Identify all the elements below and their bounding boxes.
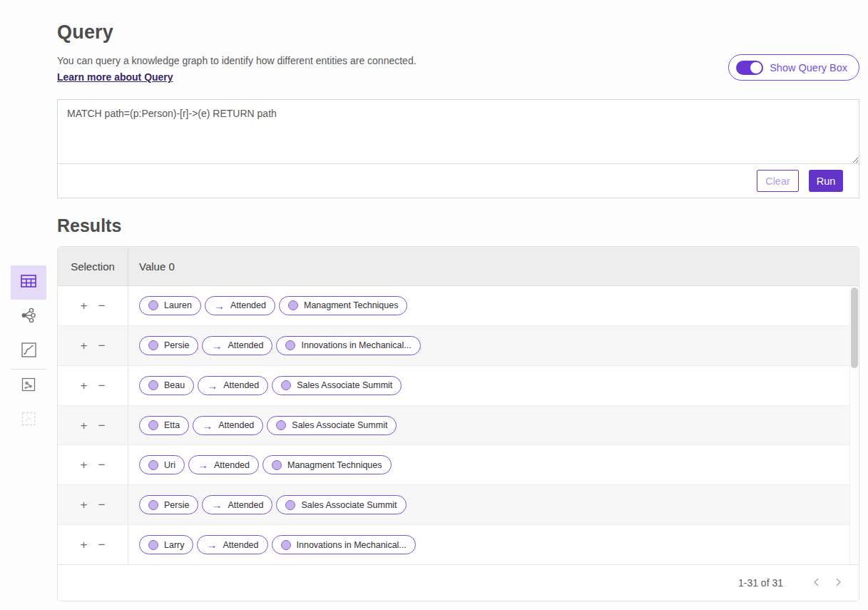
arrow-right-icon: →	[198, 459, 208, 470]
target-node-pill[interactable]: Sales Associate Summit	[276, 495, 406, 514]
relation-edge-pill[interactable]: → Attended	[188, 455, 259, 474]
arrow-right-icon: →	[206, 539, 217, 550]
value-cell: Beau → Attended Sales Associate Summit	[128, 366, 859, 405]
target-node-pill[interactable]: Sales Associate Summit	[272, 376, 402, 395]
target-node-label: Managment Techniques	[304, 300, 399, 310]
target-node-pill[interactable]: Managment Techniques	[279, 296, 408, 315]
source-node-label: Persie	[164, 500, 189, 510]
arrow-right-icon: →	[207, 380, 218, 391]
target-node-pill[interactable]: Innovations in Mechanical...	[272, 535, 416, 554]
remove-from-selection-button[interactable]: −	[97, 457, 107, 472]
target-node-pill[interactable]: Managment Techniques	[262, 455, 392, 474]
show-query-box-toggle[interactable]: Show Query Box	[728, 54, 859, 81]
add-to-selection-button[interactable]: +	[79, 338, 89, 353]
source-node-pill[interactable]: Persie	[139, 336, 198, 355]
selection-cell: + −	[58, 485, 128, 524]
node-circle-icon	[285, 340, 295, 350]
arrow-right-icon: →	[202, 420, 213, 431]
relation-edge-pill[interactable]: → Attended	[202, 495, 272, 514]
node-circle-icon	[148, 300, 158, 310]
relation-label: Attended	[223, 540, 258, 550]
sidebar-item-graph-widget-view[interactable]	[11, 377, 46, 395]
add-to-selection-button[interactable]: +	[79, 457, 89, 472]
query-page: Query You can query a knowledge graph to…	[0, 0, 868, 610]
table-scrollbar[interactable]	[849, 286, 859, 564]
target-node-label: Managment Techniques	[287, 460, 382, 470]
sidebar-divider	[11, 369, 46, 370]
target-node-pill[interactable]: Sales Associate Summit	[267, 416, 397, 435]
selection-cell: + −	[58, 326, 128, 365]
value-cell: Etta → Attended Sales Associate Summit	[128, 406, 859, 445]
relation-label: Attended	[218, 420, 254, 430]
custom-view-disabled-icon	[21, 411, 36, 429]
remove-from-selection-button[interactable]: −	[97, 537, 107, 552]
remove-from-selection-button[interactable]: −	[97, 338, 107, 353]
results-table: Selection Value 0 + − Lauren → Attended …	[57, 246, 859, 601]
table-row: + − Persie → Attended Innovations in Mec…	[58, 326, 859, 366]
node-circle-icon	[148, 420, 158, 430]
remove-from-selection-button[interactable]: −	[97, 298, 107, 313]
table-row: + − Etta → Attended Sales Associate Summ…	[58, 406, 859, 446]
add-to-selection-button[interactable]: +	[79, 418, 89, 433]
source-node-pill[interactable]: Uri	[139, 455, 185, 474]
target-node-label: Sales Associate Summit	[292, 420, 387, 430]
run-button[interactable]: Run	[809, 170, 843, 192]
arrow-right-icon: →	[214, 300, 225, 311]
remove-from-selection-button[interactable]: −	[97, 497, 107, 512]
remove-from-selection-button[interactable]: −	[97, 418, 107, 433]
source-node-pill[interactable]: Lauren	[139, 296, 201, 315]
node-circle-icon	[276, 420, 286, 430]
clear-button[interactable]: Clear	[757, 170, 799, 192]
target-node-label: Sales Associate Summit	[297, 380, 392, 390]
relation-edge-pill[interactable]: → Attended	[202, 336, 272, 355]
source-node-pill[interactable]: Etta	[139, 416, 189, 435]
table-row: + − Beau → Attended Sales Associate Summ…	[58, 366, 859, 406]
node-circle-icon	[285, 500, 295, 510]
add-to-selection-button[interactable]: +	[79, 497, 89, 512]
chevron-left-icon	[810, 576, 823, 591]
add-to-selection-button[interactable]: +	[79, 298, 89, 313]
relation-edge-pill[interactable]: → Attended	[198, 376, 268, 395]
pagination-next-button[interactable]	[827, 572, 849, 594]
query-box: MATCH path=(p:Person)-[r]->(e) RETURN pa…	[57, 99, 859, 198]
selection-cell: + −	[58, 366, 128, 405]
add-to-selection-button[interactable]: +	[79, 537, 89, 552]
relation-label: Attended	[214, 460, 250, 470]
node-circle-icon	[148, 340, 158, 350]
sidebar-item-custom-view-disabled[interactable]	[11, 412, 46, 429]
graph-view-icon	[20, 307, 37, 327]
source-node-label: Lauren	[164, 300, 192, 310]
arrow-right-icon: →	[211, 499, 222, 510]
source-node-pill[interactable]: Persie	[139, 495, 198, 514]
source-node-label: Beau	[164, 380, 185, 390]
table-footer: 1-31 of 31	[58, 564, 859, 601]
source-node-pill[interactable]: Larry	[139, 535, 193, 554]
value-cell: Lauren → Attended Managment Techniques	[128, 286, 859, 325]
sidebar-item-graph-view[interactable]	[11, 308, 46, 325]
selection-cell: + −	[58, 445, 128, 484]
value-cell: Persie → Attended Innovations in Mechani…	[128, 326, 859, 365]
selection-cell: + −	[58, 286, 128, 325]
relation-edge-pill[interactable]: → Attended	[197, 535, 267, 554]
query-actions: Clear Run	[58, 164, 859, 198]
relation-edge-pill[interactable]: → Attended	[193, 416, 263, 435]
node-circle-icon	[148, 460, 158, 470]
selection-cell: + −	[58, 406, 128, 445]
query-input[interactable]: MATCH path=(p:Person)-[r]->(e) RETURN pa…	[58, 100, 859, 164]
add-to-selection-button[interactable]: +	[79, 378, 89, 393]
target-node-label: Innovations in Mechanical...	[301, 340, 411, 350]
target-node-pill[interactable]: Innovations in Mechanical...	[276, 336, 420, 355]
pagination-prev-button[interactable]	[806, 572, 827, 594]
sidebar-item-chart-view[interactable]	[11, 342, 46, 360]
toggle-label: Show Query Box	[770, 62, 847, 73]
scrollbar-thumb[interactable]	[851, 288, 858, 368]
toggle-switch[interactable]	[736, 61, 763, 75]
value-cell: Persie → Attended Sales Associate Summit	[128, 485, 859, 524]
relation-edge-pill[interactable]: → Attended	[205, 296, 275, 315]
learn-more-link[interactable]: Learn more about Query	[57, 71, 173, 83]
target-node-label: Sales Associate Summit	[301, 500, 397, 510]
remove-from-selection-button[interactable]: −	[97, 378, 107, 393]
table-row: + − Uri → Attended Managment Techniques	[58, 445, 859, 485]
sidebar-item-table-view[interactable]	[11, 265, 46, 300]
source-node-pill[interactable]: Beau	[139, 376, 194, 395]
